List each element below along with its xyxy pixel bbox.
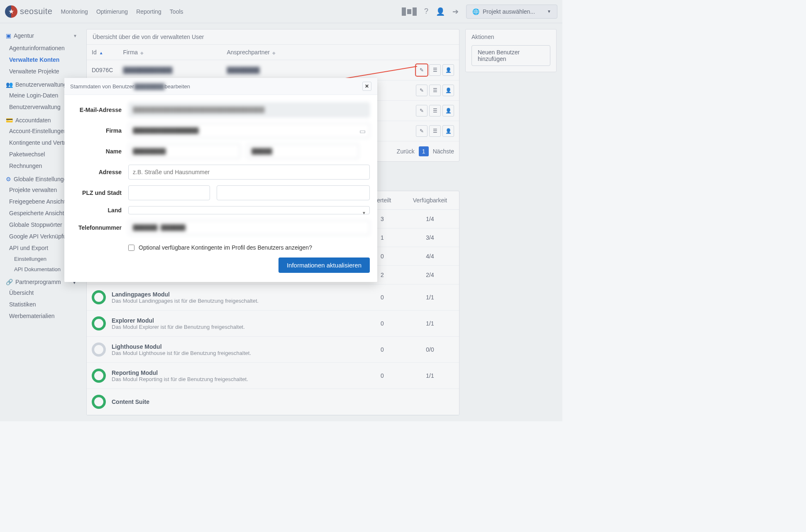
chevron-down-icon: ▼	[362, 211, 366, 215]
label-adresse: Adresse	[72, 169, 122, 175]
lastname-input[interactable]	[247, 144, 359, 159]
modal-header: Stammdaten von Benutzer ████████ bearbei…	[64, 78, 377, 95]
label-name: Name	[72, 148, 122, 155]
firma-input[interactable]	[128, 123, 370, 138]
label-email: E-Mail-Adresse	[72, 107, 122, 113]
modal-body: E-Mail-Adresse Firma ▭ Name Adresse PLZ …	[64, 95, 377, 282]
label-plz: PLZ und Stadt	[72, 189, 122, 196]
modal-title-user: ████████	[134, 83, 165, 90]
phone-input[interactable]	[128, 220, 370, 235]
close-button[interactable]: ✕	[362, 82, 371, 91]
submit-button[interactable]: Informationen aktualisieren	[278, 257, 370, 273]
modal-title-prefix: Stammdaten von Benutzer	[70, 83, 134, 90]
checkbox-label: Optional verfügbare Kontingente im Profi…	[139, 244, 312, 251]
modal-title-suffix: bearbeiten	[165, 83, 190, 90]
edit-user-modal: Stammdaten von Benutzer ████████ bearbei…	[64, 78, 377, 282]
country-select[interactable]: ▼	[128, 206, 370, 214]
firstname-input[interactable]	[128, 144, 240, 159]
plz-input[interactable]	[128, 185, 210, 200]
label-firma: Firma	[72, 127, 122, 134]
label-phone: Telefonnummer	[72, 224, 122, 231]
city-input[interactable]	[217, 185, 370, 200]
label-land: Land	[72, 207, 122, 214]
email-input	[128, 102, 370, 117]
address-input[interactable]	[128, 165, 370, 180]
optional-quota-checkbox[interactable]	[128, 245, 134, 251]
contact-card-icon: ▭	[359, 127, 366, 135]
